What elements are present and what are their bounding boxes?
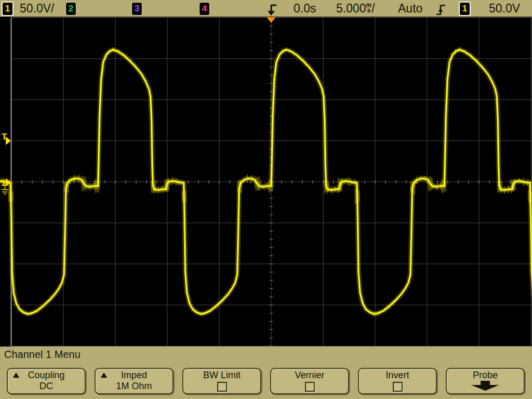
graticule-and-trace: T 1 bbox=[0, 17, 532, 347]
checkbox-icon[interactable] bbox=[393, 382, 403, 392]
softkey-vernier[interactable]: Vernier bbox=[270, 368, 349, 394]
waveform-display: T 1 bbox=[0, 17, 532, 347]
timebase-value: 5.000 bbox=[336, 2, 366, 15]
trigger-level-marker-arrow[interactable] bbox=[6, 137, 11, 145]
softkey-value: 1M Ohm bbox=[96, 380, 172, 392]
wide-down-arrow-icon bbox=[471, 381, 499, 391]
softkey-label: Coupling bbox=[28, 370, 64, 380]
checkbox-icon[interactable] bbox=[305, 382, 315, 392]
softkey-impedance[interactable]: Imped 1M Ohm bbox=[95, 368, 174, 394]
channel-2-badge[interactable]: 2 bbox=[65, 2, 76, 16]
softkey-label: Vernier bbox=[295, 370, 324, 380]
up-triangle-icon bbox=[13, 373, 19, 378]
softkey-value: DC bbox=[8, 380, 85, 392]
trigger-mode[interactable]: Auto bbox=[398, 1, 422, 16]
trigger-position-marker[interactable] bbox=[267, 17, 276, 23]
channel-4-badge[interactable]: 4 bbox=[199, 2, 210, 16]
up-triangle-icon bbox=[101, 373, 107, 378]
channel-1-badge[interactable]: 1 bbox=[2, 2, 14, 16]
time-reference-icon bbox=[264, 2, 277, 17]
softkey-invert[interactable]: Invert bbox=[358, 368, 437, 394]
trigger-level-readout: 50.0V bbox=[489, 1, 520, 16]
softkey-coupling[interactable]: Coupling DC bbox=[7, 368, 86, 394]
checkbox-icon[interactable] bbox=[217, 382, 227, 392]
softkey-menu: Channel 1 Menu Coupling DC Imped 1M Ohm … bbox=[0, 347, 532, 399]
softkey-label: Imped bbox=[121, 370, 147, 380]
trigger-source-badge[interactable]: 1 bbox=[459, 2, 471, 16]
softkey-label: BW Limit bbox=[203, 370, 241, 380]
channel-3-badge[interactable]: 3 bbox=[131, 2, 142, 16]
softkey-probe[interactable]: Probe bbox=[446, 368, 525, 394]
menu-title: Channel 1 Menu bbox=[4, 349, 81, 361]
trigger-slope-rising-edge-icon bbox=[436, 3, 446, 17]
softkey-label: Probe bbox=[473, 370, 498, 380]
timebase-slash: / bbox=[371, 2, 375, 15]
horizontal-delay: 0.0s bbox=[294, 1, 316, 16]
channel-1-scale[interactable]: 50.0V/ bbox=[20, 1, 55, 16]
timebase[interactable]: 5.000ms/ bbox=[336, 1, 375, 16]
status-bar: 1 50.0V/ 2 3 4 0.0s 5.000ms/ Auto 1 50.0… bbox=[0, 0, 532, 17]
timebase-unit: ms bbox=[366, 3, 372, 13]
softkey-label: Invert bbox=[385, 370, 409, 380]
softkey-bw-limit[interactable]: BW Limit bbox=[182, 368, 261, 394]
